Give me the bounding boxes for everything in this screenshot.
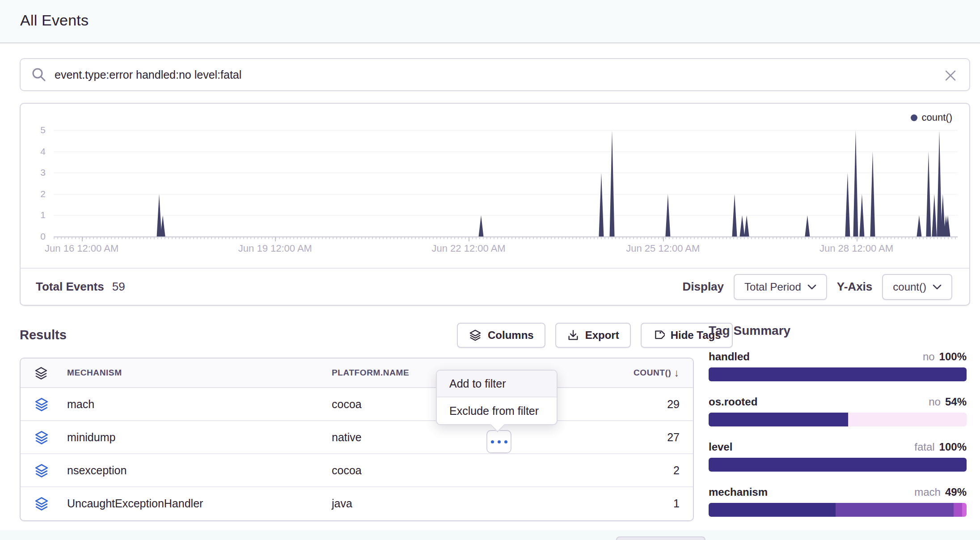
- cell-platform[interactable]: cocoa: [332, 398, 362, 411]
- cell-mechanism[interactable]: minidump: [67, 431, 115, 444]
- y-axis-label: 3: [23, 167, 46, 178]
- count-spike: [479, 215, 484, 236]
- pagination-buttons-cutoff[interactable]: [616, 536, 705, 540]
- x-axis-tick: [469, 236, 469, 241]
- cell-mechanism[interactable]: UncaughtExceptionHandler: [67, 497, 203, 510]
- x-axis-tick: [82, 236, 83, 241]
- tag-top-value: mach: [914, 486, 941, 498]
- cell-actions-button[interactable]: [486, 430, 511, 453]
- cell-platform[interactable]: native: [332, 431, 362, 444]
- x-axis-label: Jun 22 12:00 AM: [432, 243, 506, 254]
- clear-search-icon[interactable]: [942, 67, 959, 84]
- chart-legend: count(): [911, 112, 952, 123]
- tag-entry: level fatal 100%: [709, 441, 967, 472]
- cell-count[interactable]: 1: [673, 497, 680, 510]
- count-spike: [937, 130, 942, 236]
- display-dropdown[interactable]: Total Period: [734, 274, 827, 300]
- table-actions: Columns Export Hide Tags: [457, 323, 733, 348]
- tag-summary-title: Tag Summary: [709, 324, 967, 338]
- chart-footer: Total Events 59 Display Total Period Y-A…: [21, 268, 969, 305]
- layers-icon[interactable]: [34, 496, 49, 511]
- tag-entry: handled no 100%: [709, 350, 967, 381]
- yaxis-label: Y-Axis: [837, 280, 873, 294]
- count-spike: [732, 194, 737, 236]
- count-spike: [805, 215, 810, 236]
- tag-distribution-bar[interactable]: [709, 367, 967, 381]
- tag-name[interactable]: handled: [709, 350, 750, 363]
- tag-name[interactable]: os.rooted: [709, 396, 757, 408]
- tag-entry: mechanism mach 49%: [709, 486, 967, 517]
- table-row[interactable]: UncaughtExceptionHandler java 1: [21, 487, 693, 520]
- cell-mechanism[interactable]: nsexception: [67, 464, 127, 477]
- page-title: All Events: [20, 12, 89, 29]
- count-spike: [157, 194, 162, 236]
- events-chart-panel: count() 5 4 3 2 1 0 Jun 16 12:00 AMJun 1…: [20, 103, 970, 306]
- tag-icon: [652, 329, 665, 342]
- ellipsis-icon: [491, 440, 494, 443]
- tag-top-value: no: [923, 350, 935, 363]
- menu-item-add-to-filter[interactable]: Add to filter: [437, 371, 557, 397]
- cell-count[interactable]: 2: [673, 464, 680, 477]
- tag-bar-segment: [709, 458, 967, 472]
- edit-columns-icon[interactable]: [34, 366, 48, 380]
- table-row[interactable]: nsexception cocoa 2: [21, 454, 693, 487]
- count-spike: [744, 215, 749, 236]
- export-button[interactable]: Export: [555, 323, 631, 348]
- count-spike: [926, 152, 931, 236]
- tag-distribution-bar[interactable]: [709, 458, 967, 472]
- cell-platform[interactable]: cocoa: [332, 464, 362, 477]
- x-axis-tick: [857, 236, 858, 241]
- layers-icon[interactable]: [34, 463, 49, 478]
- tag-top-value: fatal: [914, 441, 934, 453]
- tag-name[interactable]: mechanism: [709, 486, 768, 498]
- y-axis-label: 2: [23, 189, 46, 199]
- table-header-row: MECHANISM PLATFORM.NAME COUNT() ↓: [21, 359, 693, 388]
- layers-icon[interactable]: [34, 397, 49, 412]
- y-axis-label: 0: [23, 231, 46, 242]
- tag-bar-segment: [962, 503, 967, 517]
- legend-dot-icon: [911, 114, 917, 121]
- count-spike: [161, 215, 165, 236]
- tag-percent: 49%: [945, 486, 967, 498]
- column-header-count[interactable]: COUNT() ↓: [634, 367, 680, 379]
- page-header: All Events: [0, 0, 980, 43]
- export-button-label: Export: [585, 329, 619, 342]
- search-input[interactable]: event.type:error handled:no level:fatal: [20, 58, 970, 91]
- chart-plot-area[interactable]: Jun 16 12:00 AMJun 19 12:00 AMJun 22 12:…: [54, 130, 958, 236]
- chevron-down-icon: [807, 284, 816, 290]
- tag-distribution-bar[interactable]: [709, 413, 967, 426]
- x-axis-tick: [663, 236, 664, 241]
- count-spike: [932, 194, 937, 236]
- cell-context-menu: Add to filter Exclude from filter: [436, 370, 558, 425]
- cell-platform[interactable]: java: [332, 497, 352, 510]
- columns-button[interactable]: Columns: [457, 323, 545, 348]
- search-query-text: event.type:error handled:no level:fatal: [55, 68, 241, 81]
- tag-entry: os.rooted no 54%: [709, 396, 967, 426]
- x-axis-miniticks: [54, 237, 958, 239]
- table-row[interactable]: minidump native 27: [21, 421, 693, 454]
- tag-top-value: no: [929, 396, 941, 408]
- yaxis-dropdown[interactable]: count(): [882, 274, 952, 300]
- table-row[interactable]: mach cocoa 29: [21, 388, 693, 421]
- tag-bar-segment: [848, 413, 967, 426]
- tag-distribution-bar[interactable]: [709, 503, 967, 517]
- count-spike: [859, 194, 864, 236]
- layers-icon[interactable]: [34, 430, 49, 445]
- total-events-value: 59: [112, 280, 125, 294]
- cell-count[interactable]: 27: [667, 431, 680, 444]
- download-icon: [567, 329, 579, 342]
- cell-mechanism[interactable]: mach: [67, 398, 94, 411]
- tag-name[interactable]: level: [709, 441, 732, 453]
- column-header-mechanism[interactable]: MECHANISM: [67, 368, 122, 378]
- tag-bar-segment: [709, 503, 836, 517]
- tag-bar-segment: [836, 503, 954, 517]
- count-spike: [665, 194, 670, 236]
- column-header-platform[interactable]: PLATFORM.NAME: [332, 368, 409, 378]
- display-label: Display: [683, 280, 724, 294]
- count-spike: [853, 130, 858, 236]
- cell-count[interactable]: 29: [667, 398, 680, 411]
- page-bottom-band: [0, 530, 980, 540]
- chevron-down-icon: [933, 284, 942, 290]
- count-spike: [599, 173, 604, 236]
- count-spike: [845, 173, 850, 236]
